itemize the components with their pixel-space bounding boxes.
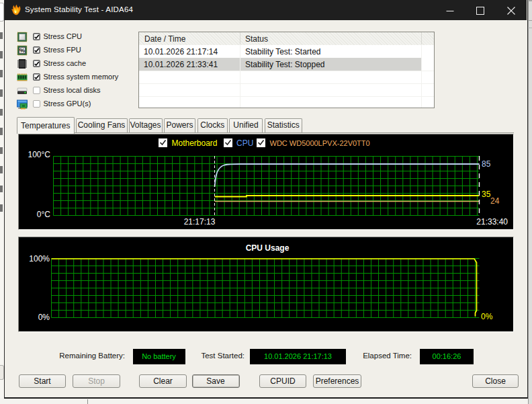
svg-text:0%: 0% (38, 313, 50, 322)
svg-text:%: % (19, 47, 25, 54)
svg-text:WDC WD5000LPVX-22V0TT0: WDC WD5000LPVX-22V0TT0 (270, 139, 370, 147)
svg-text:100%: 100% (29, 254, 50, 264)
svg-text:85: 85 (482, 159, 491, 169)
svg-text:21:33:40: 21:33:40 (476, 217, 508, 227)
svg-text:0°C: 0°C (37, 210, 50, 219)
svg-text:35: 35 (482, 190, 491, 199)
svg-text:CPU Usage: CPU Usage (246, 243, 290, 253)
svg-text:Motherboard: Motherboard (172, 138, 218, 148)
svg-text:24: 24 (490, 196, 500, 206)
svg-text:100°C: 100°C (28, 150, 51, 159)
svg-text:0%: 0% (481, 312, 493, 321)
svg-text:21:17:13: 21:17:13 (184, 217, 216, 227)
svg-text:CPU: CPU (236, 138, 253, 148)
